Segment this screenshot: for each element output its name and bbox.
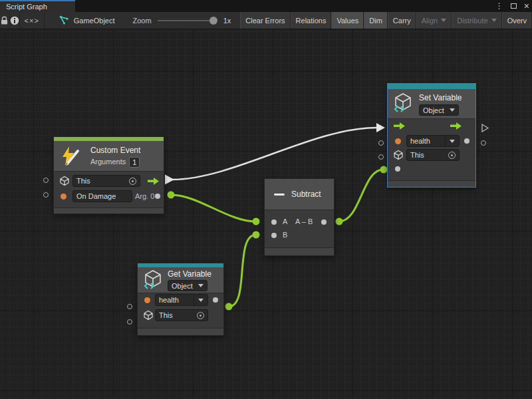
node-custom-event[interactable]: Custom Event Arguments1 This [53, 136, 164, 214]
graph-source-icon [59, 15, 69, 25]
node-footer [138, 328, 223, 335]
variable-name-port[interactable] [395, 138, 401, 144]
result-port[interactable] [321, 219, 327, 225]
script-graph-window: Script Graph ⋮ × <×> [0, 0, 532, 399]
variable-name-port[interactable] [144, 297, 150, 303]
unconnected-flow-output[interactable] [481, 123, 489, 133]
value-output-port[interactable] [213, 297, 218, 303]
edit-graph-button[interactable]: <×> [20, 12, 45, 29]
variable-name-value: health [159, 296, 179, 304]
value-input-port[interactable] [464, 138, 469, 144]
code-icon: <×> [25, 17, 39, 25]
tab-script-graph[interactable]: Script Graph [0, 0, 75, 12]
unconnected-output-port[interactable] [481, 140, 486, 146]
tab-bar: Script Graph ⋮ × [0, 0, 532, 12]
variable-cube-icon [143, 269, 163, 291]
graph-source-label: GameObject [74, 17, 115, 25]
dim-toggle[interactable]: Dim [364, 12, 388, 29]
variable-scope-dropdown[interactable]: Object [419, 104, 459, 116]
input-a-port[interactable] [271, 219, 277, 225]
close-icon[interactable]: × [524, 0, 529, 12]
arguments-row: Arguments1 [90, 157, 140, 168]
custom-event-body: This On Damage Arg. 0 [54, 172, 164, 208]
arguments-input[interactable]: 1 [129, 157, 140, 168]
graph-canvas[interactable]: Custom Event Arguments1 This [0, 29, 532, 399]
value-output-port[interactable] [395, 166, 400, 172]
wire-value-arg0-subtractA [171, 195, 255, 221]
zoom-slider[interactable] [158, 20, 216, 21]
input-b-port[interactable] [271, 233, 277, 238]
node-title: Custom Event [90, 146, 140, 155]
target-value: This [410, 151, 424, 159]
wire-endpoint [336, 218, 343, 225]
object-picker-icon[interactable] [129, 178, 136, 185]
variable-name-value: health [410, 137, 430, 145]
target-field[interactable]: This [155, 309, 208, 321]
wire-value-subtract-setvariable [339, 170, 383, 221]
scope-value: Object [423, 106, 444, 114]
custom-event-icon [59, 145, 80, 168]
info-icon [10, 16, 19, 25]
zoom-slider-handle[interactable] [209, 17, 217, 25]
node-set-variable[interactable]: Set Variable Object health [387, 83, 476, 188]
gameobject-cube-icon [143, 310, 154, 321]
wire-endpoint [225, 303, 233, 311]
align-dropdown[interactable]: Align [416, 12, 452, 29]
clear-errors-button[interactable]: Clear Errors [240, 12, 290, 29]
unconnected-input-port[interactable] [127, 304, 132, 309]
dropdown-caret-cell[interactable] [445, 136, 459, 146]
arg0-port[interactable] [155, 194, 160, 199]
chevron-down-icon [450, 140, 455, 143]
dropdown-caret-cell[interactable] [194, 295, 207, 305]
distribute-dropdown[interactable]: Distribute [452, 12, 501, 29]
variable-scope-dropdown[interactable]: Object [168, 280, 207, 291]
object-picker-icon[interactable] [448, 152, 456, 159]
event-name-field[interactable]: On Damage [72, 190, 132, 202]
lock-button[interactable] [0, 12, 10, 29]
custom-event-header: Custom Event Arguments1 [54, 141, 164, 172]
unconnected-input-port[interactable] [43, 192, 49, 198]
flow-input-arrow-icon[interactable] [393, 122, 406, 130]
chevron-down-icon [198, 284, 203, 287]
event-port[interactable] [61, 194, 66, 200]
wire-flow-customevent-setvariable [172, 128, 376, 180]
zoom-control: Zoom 1x [133, 12, 231, 29]
unconnected-input-port[interactable] [43, 178, 49, 183]
maximize-icon[interactable] [511, 3, 517, 9]
gameobject-cube-icon [59, 176, 70, 186]
wire-endpoint [253, 231, 260, 239]
variable-name-dropdown[interactable]: health [406, 135, 460, 147]
flow-output-arrow-icon[interactable] [147, 177, 160, 186]
zoom-value: 1x [223, 17, 231, 25]
target-field[interactable]: This [406, 149, 460, 161]
event-name-value: On Damage [76, 192, 116, 200]
unconnected-input-port[interactable] [378, 140, 384, 146]
carry-toggle[interactable]: Carry [388, 12, 416, 29]
info-button[interactable] [10, 12, 20, 29]
input-b-label: B [283, 231, 287, 239]
wire-endpoint [253, 218, 260, 225]
align-label: Align [422, 17, 438, 25]
flow-output-arrow-icon[interactable] [450, 122, 462, 130]
input-a-label: A [283, 217, 287, 225]
graph-source[interactable]: GameObject [59, 12, 115, 29]
overview-button[interactable]: Overv [502, 12, 532, 29]
wire-endpoint [380, 166, 388, 174]
node-subtract[interactable]: Subtract A A – B B [264, 178, 334, 256]
variable-name-dropdown[interactable]: health [155, 294, 208, 306]
wire-endpoint [168, 192, 175, 199]
arg0-port-label: Arg. 0 [135, 192, 154, 200]
values-toggle[interactable]: Values [331, 12, 364, 29]
variable-cube-icon [393, 92, 413, 114]
object-picker-icon[interactable] [197, 312, 204, 319]
node-get-variable[interactable]: Get Variable Object health [137, 263, 224, 336]
target-field[interactable]: This [72, 175, 140, 187]
node-title: Get Variable [168, 269, 211, 279]
unconnected-input-port[interactable] [378, 154, 384, 160]
chevron-down-icon [441, 19, 446, 22]
menu-icon[interactable]: ⋮ [495, 0, 503, 12]
relations-button[interactable]: Relations [291, 12, 332, 29]
toolbar-buttons: Clear Errors Relations Values Dim Carry … [240, 12, 532, 29]
subtract-body: A A – B B [265, 210, 334, 247]
unconnected-input-port[interactable] [127, 319, 132, 325]
